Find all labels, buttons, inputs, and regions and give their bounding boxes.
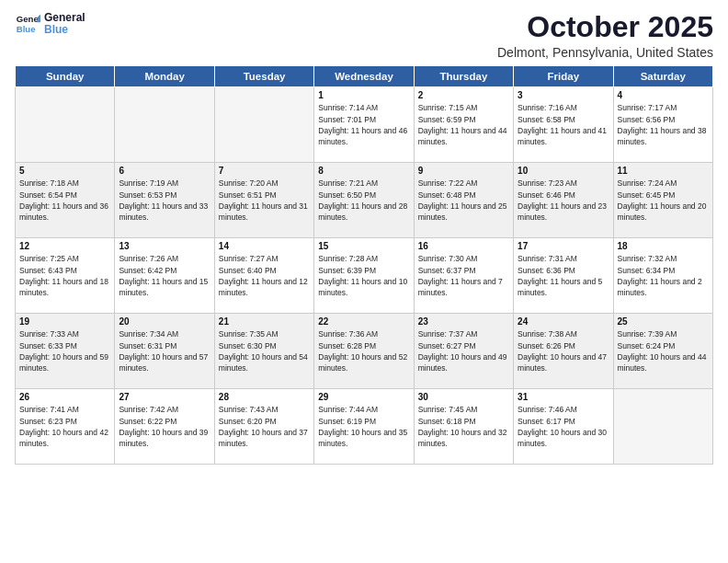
day-number: 8 [318,166,409,176]
day-header-tuesday: Tuesday [214,66,313,87]
day-info: Sunrise: 7:42 AMSunset: 6:22 PMDaylight:… [119,404,210,449]
calendar-cell: 5Sunrise: 7:18 AMSunset: 6:54 PMDaylight… [16,163,115,238]
calendar-cell: 1Sunrise: 7:14 AMSunset: 7:01 PMDaylight… [314,87,414,163]
logo: General Blue GeneralBlue [15,11,85,37]
calendar-cell [115,87,214,163]
day-info: Sunrise: 7:19 AMSunset: 6:53 PMDaylight:… [119,178,210,223]
day-number: 13 [119,241,210,251]
day-header-saturday: Saturday [613,66,712,87]
day-info: Sunrise: 7:32 AMSunset: 6:34 PMDaylight:… [618,253,709,298]
day-number: 22 [318,316,409,327]
day-number: 10 [518,166,609,176]
calendar-cell: 16Sunrise: 7:30 AMSunset: 6:37 PMDayligh… [414,238,513,314]
day-number: 17 [518,241,609,251]
day-info: Sunrise: 7:21 AMSunset: 6:50 PMDaylight:… [318,178,409,223]
calendar-cell: 22Sunrise: 7:36 AMSunset: 6:28 PMDayligh… [314,314,414,389]
calendar-cell: 13Sunrise: 7:26 AMSunset: 6:42 PMDayligh… [115,238,214,314]
calendar-cell: 14Sunrise: 7:27 AMSunset: 6:40 PMDayligh… [214,238,313,314]
header: General Blue GeneralBlue October 2025 De… [15,11,713,60]
calendar-cell: 9Sunrise: 7:22 AMSunset: 6:48 PMDaylight… [414,163,513,238]
day-number: 29 [318,392,409,402]
calendar-cell: 11Sunrise: 7:24 AMSunset: 6:45 PMDayligh… [613,163,712,238]
day-info: Sunrise: 7:17 AMSunset: 6:56 PMDaylight:… [618,102,709,147]
day-number: 7 [219,166,310,176]
day-number: 4 [618,90,709,100]
calendar-cell: 19Sunrise: 7:33 AMSunset: 6:33 PMDayligh… [16,314,115,389]
day-number: 26 [19,392,110,402]
calendar-cell: 2Sunrise: 7:15 AMSunset: 6:59 PMDaylight… [414,87,513,163]
day-info: Sunrise: 7:16 AMSunset: 6:58 PMDaylight:… [518,102,609,147]
day-info: Sunrise: 7:37 AMSunset: 6:27 PMDaylight:… [418,328,509,373]
calendar-body: 1Sunrise: 7:14 AMSunset: 7:01 PMDaylight… [16,87,713,465]
day-info: Sunrise: 7:18 AMSunset: 6:54 PMDaylight:… [19,178,110,223]
day-header-thursday: Thursday [414,66,513,87]
day-number: 14 [219,241,310,251]
week-row-1: 1Sunrise: 7:14 AMSunset: 7:01 PMDaylight… [16,87,713,163]
day-number: 30 [418,392,509,402]
calendar-cell: 21Sunrise: 7:35 AMSunset: 6:30 PMDayligh… [214,314,313,389]
day-info: Sunrise: 7:45 AMSunset: 6:18 PMDaylight:… [418,404,509,449]
day-header-sunday: Sunday [16,66,115,87]
day-number: 18 [618,241,709,251]
day-number: 15 [318,241,409,251]
calendar-cell: 29Sunrise: 7:44 AMSunset: 6:19 PMDayligh… [314,389,414,465]
calendar-cell: 6Sunrise: 7:19 AMSunset: 6:53 PMDaylight… [115,163,214,238]
day-number: 9 [418,166,509,176]
day-info: Sunrise: 7:33 AMSunset: 6:33 PMDaylight:… [19,328,110,373]
week-row-2: 5Sunrise: 7:18 AMSunset: 6:54 PMDaylight… [16,163,713,238]
day-info: Sunrise: 7:38 AMSunset: 6:26 PMDaylight:… [518,328,609,373]
day-number: 12 [19,241,110,251]
day-number: 3 [518,90,609,100]
day-number: 21 [219,316,310,327]
calendar-cell: 20Sunrise: 7:34 AMSunset: 6:31 PMDayligh… [115,314,214,389]
day-info: Sunrise: 7:30 AMSunset: 6:37 PMDaylight:… [418,253,509,298]
day-info: Sunrise: 7:14 AMSunset: 7:01 PMDaylight:… [318,102,409,147]
calendar-cell: 24Sunrise: 7:38 AMSunset: 6:26 PMDayligh… [514,314,613,389]
calendar-cell: 15Sunrise: 7:28 AMSunset: 6:39 PMDayligh… [314,238,414,314]
week-row-3: 12Sunrise: 7:25 AMSunset: 6:43 PMDayligh… [16,238,713,314]
location-subtitle: Delmont, Pennsylvania, United States [497,45,713,60]
calendar-cell: 18Sunrise: 7:32 AMSunset: 6:34 PMDayligh… [613,238,712,314]
logo-icon: General Blue [15,11,40,37]
calendar-cell: 26Sunrise: 7:41 AMSunset: 6:23 PMDayligh… [16,389,115,465]
svg-text:General: General [17,14,40,24]
calendar-cell: 30Sunrise: 7:45 AMSunset: 6:18 PMDayligh… [414,389,513,465]
calendar-cell [214,87,313,163]
calendar-header-row: SundayMondayTuesdayWednesdayThursdayFrid… [16,66,713,87]
page-container: General Blue GeneralBlue October 2025 De… [0,0,728,472]
day-number: 1 [318,90,409,100]
day-info: Sunrise: 7:43 AMSunset: 6:20 PMDaylight:… [219,404,310,449]
calendar-cell: 23Sunrise: 7:37 AMSunset: 6:27 PMDayligh… [414,314,513,389]
day-info: Sunrise: 7:22 AMSunset: 6:48 PMDaylight:… [418,178,509,223]
day-header-friday: Friday [514,66,613,87]
day-info: Sunrise: 7:24 AMSunset: 6:45 PMDaylight:… [618,178,709,223]
day-number: 24 [518,316,609,327]
day-number: 11 [618,166,709,176]
day-info: Sunrise: 7:44 AMSunset: 6:19 PMDaylight:… [318,404,409,449]
logo-text: GeneralBlue [44,12,85,36]
day-info: Sunrise: 7:35 AMSunset: 6:30 PMDaylight:… [219,328,310,373]
calendar-cell: 31Sunrise: 7:46 AMSunset: 6:17 PMDayligh… [514,389,613,465]
day-info: Sunrise: 7:27 AMSunset: 6:40 PMDaylight:… [219,253,310,298]
day-number: 5 [19,166,110,176]
day-info: Sunrise: 7:41 AMSunset: 6:23 PMDaylight:… [19,404,110,449]
day-info: Sunrise: 7:20 AMSunset: 6:51 PMDaylight:… [219,178,310,223]
day-number: 20 [119,316,210,327]
day-info: Sunrise: 7:23 AMSunset: 6:46 PMDaylight:… [518,178,609,223]
day-number: 6 [119,166,210,176]
day-info: Sunrise: 7:28 AMSunset: 6:39 PMDaylight:… [318,253,409,298]
day-info: Sunrise: 7:31 AMSunset: 6:36 PMDaylight:… [518,253,609,298]
day-number: 27 [119,392,210,402]
calendar-cell [613,389,712,465]
calendar-cell: 3Sunrise: 7:16 AMSunset: 6:58 PMDaylight… [514,87,613,163]
week-row-4: 19Sunrise: 7:33 AMSunset: 6:33 PMDayligh… [16,314,713,389]
day-number: 23 [418,316,509,327]
calendar-cell: 7Sunrise: 7:20 AMSunset: 6:51 PMDaylight… [214,163,313,238]
calendar-cell: 17Sunrise: 7:31 AMSunset: 6:36 PMDayligh… [514,238,613,314]
calendar-cell: 8Sunrise: 7:21 AMSunset: 6:50 PMDaylight… [314,163,414,238]
svg-text:Blue: Blue [17,24,36,34]
calendar-cell: 27Sunrise: 7:42 AMSunset: 6:22 PMDayligh… [115,389,214,465]
day-info: Sunrise: 7:26 AMSunset: 6:42 PMDaylight:… [119,253,210,298]
day-info: Sunrise: 7:15 AMSunset: 6:59 PMDaylight:… [418,102,509,147]
calendar-cell: 10Sunrise: 7:23 AMSunset: 6:46 PMDayligh… [514,163,613,238]
